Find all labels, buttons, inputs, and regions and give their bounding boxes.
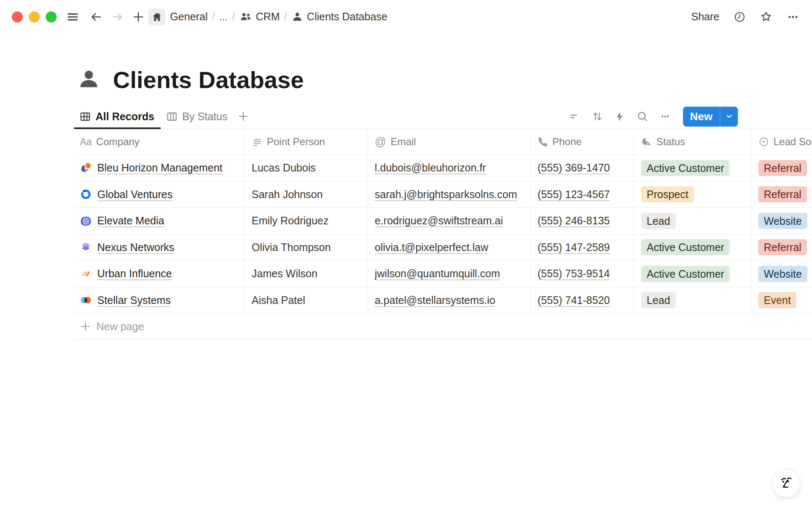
- email-link[interactable]: a.patel@stellarsystems.io: [375, 294, 495, 306]
- history-clock-icon[interactable]: [734, 11, 746, 23]
- phone-link[interactable]: (555) 741-8520: [538, 294, 610, 306]
- breadcrumb-item-general[interactable]: General: [170, 11, 208, 23]
- status-badge[interactable]: Lead: [641, 292, 676, 308]
- email-link[interactable]: e.rodriguez@swiftstream.ai: [375, 215, 503, 227]
- table-row[interactable]: Urban Influence James Wilson jwilson@qua…: [74, 261, 812, 287]
- breadcrumb: General / ... / CRM / Clients Database: [170, 11, 387, 23]
- phone-link[interactable]: (555) 753-9514: [538, 268, 610, 280]
- point-person-cell[interactable]: Sarah Johnson: [252, 188, 323, 201]
- lead-source-badge[interactable]: Website: [758, 213, 807, 229]
- back-icon[interactable]: [90, 11, 102, 23]
- lead-source-badge[interactable]: Referral: [758, 239, 807, 255]
- board-view-icon: [166, 111, 178, 122]
- company-name-link[interactable]: Elevate Media: [97, 215, 164, 227]
- company-logo: [80, 294, 92, 306]
- window-topbar: General / ... / CRM / Clients Database S…: [0, 0, 812, 33]
- lead-source-badge[interactable]: Referral: [758, 160, 807, 176]
- table-row[interactable]: Global Ventures Sarah Johnson sarah.j@br…: [74, 182, 812, 208]
- column-header-point-person[interactable]: Point Person: [245, 129, 368, 155]
- email-link[interactable]: jwilson@quantumquill.com: [375, 268, 500, 280]
- favorite-star-icon[interactable]: [760, 11, 772, 23]
- new-record-button[interactable]: New: [683, 107, 738, 127]
- status-badge[interactable]: Active Customer: [641, 160, 730, 176]
- email-link[interactable]: olivia.t@pixelperfect.law: [375, 241, 488, 254]
- plus-icon: [80, 321, 91, 332]
- page-title: Clients Database: [113, 66, 304, 94]
- table-row[interactable]: Stellar Systems Aisha Patel a.patel@stel…: [74, 287, 812, 314]
- email-link[interactable]: l.dubois@bleuhorizon.fr: [375, 162, 486, 174]
- company-name-link[interactable]: Nexus Networks: [97, 241, 174, 254]
- point-person-cell[interactable]: Aisha Patel: [252, 294, 305, 306]
- minimize-window-button[interactable]: [29, 11, 40, 22]
- close-window-button[interactable]: [12, 11, 23, 22]
- company-logo: [80, 215, 92, 227]
- home-button[interactable]: [148, 8, 165, 25]
- company-logo: [80, 162, 92, 174]
- zoom-window-button[interactable]: [46, 11, 57, 22]
- phone-link[interactable]: (555) 123-4567: [538, 188, 610, 201]
- status-badge[interactable]: Active Customer: [641, 266, 730, 282]
- company-logo: [80, 241, 92, 253]
- filter-icon[interactable]: [568, 110, 580, 122]
- company-name-link[interactable]: Global Ventures: [97, 188, 173, 201]
- status-property-icon: [641, 136, 652, 147]
- page-icon-person[interactable]: [79, 70, 99, 89]
- select-property-icon: [758, 136, 769, 147]
- table-row[interactable]: Elevate Media Emily Rodriguez e.rodrigue…: [74, 208, 812, 235]
- breadcrumb-separator: /: [284, 11, 287, 23]
- point-person-cell[interactable]: Lucas Dubois: [252, 162, 315, 174]
- records-table: Aa Company Point Person @ Email Phone: [74, 129, 812, 340]
- search-icon[interactable]: [636, 110, 648, 122]
- breadcrumb-item-crm[interactable]: CRM: [239, 11, 280, 23]
- forward-icon[interactable]: [112, 11, 123, 23]
- company-name-link[interactable]: Bleu Horizon Management: [97, 162, 222, 174]
- lead-source-badge[interactable]: Website: [758, 266, 807, 282]
- column-header-status[interactable]: Status: [634, 129, 752, 155]
- email-link[interactable]: sarah.j@brightsparksolns.com: [375, 188, 517, 201]
- notion-ai-button[interactable]: [772, 469, 801, 497]
- point-person-cell[interactable]: James Wilson: [252, 268, 318, 280]
- phone-link[interactable]: (555) 246-8135: [538, 215, 610, 227]
- table-row[interactable]: Bleu Horizon Management Lucas Dubois l.d…: [74, 155, 812, 182]
- column-header-lead-source[interactable]: Lead Source: [752, 129, 812, 155]
- people-icon: [239, 11, 252, 23]
- company-name-link[interactable]: Stellar Systems: [97, 294, 171, 306]
- breadcrumb-item-clients-database[interactable]: Clients Database: [291, 11, 387, 23]
- share-button[interactable]: Share: [691, 11, 719, 23]
- phone-link[interactable]: (555) 147-2589: [538, 241, 610, 254]
- phone-link[interactable]: (555) 369-1470: [538, 162, 610, 174]
- point-person-cell[interactable]: Olivia Thompson: [252, 241, 331, 254]
- view-tabs: All Records By Status: [74, 104, 249, 129]
- more-options-icon[interactable]: [787, 11, 799, 23]
- table-view-icon: [80, 111, 91, 122]
- lead-source-badge[interactable]: Event: [758, 292, 796, 308]
- tab-by-status[interactable]: By Status: [161, 104, 234, 129]
- table-row[interactable]: Nexus Networks Olivia Thompson olivia.t@…: [74, 235, 812, 261]
- add-view-icon[interactable]: [238, 111, 249, 122]
- sort-icon[interactable]: [591, 110, 603, 122]
- view-options-icon[interactable]: [659, 110, 671, 122]
- chevron-down-icon[interactable]: [720, 112, 738, 121]
- point-person-cell[interactable]: Emily Rodriguez: [252, 215, 329, 227]
- new-page-button[interactable]: New page: [74, 314, 812, 340]
- column-header-email[interactable]: @ Email: [368, 129, 531, 155]
- person-icon: [291, 11, 303, 23]
- column-header-company[interactable]: Aa Company: [74, 129, 245, 155]
- status-badge[interactable]: Lead: [641, 213, 676, 229]
- company-name-link[interactable]: Urban Influence: [97, 268, 172, 280]
- tab-all-records[interactable]: All Records: [74, 104, 161, 129]
- status-badge[interactable]: Active Customer: [641, 239, 730, 255]
- column-header-phone[interactable]: Phone: [531, 129, 634, 155]
- breadcrumb-separator: /: [232, 11, 235, 23]
- new-tab-icon[interactable]: [133, 11, 144, 22]
- breadcrumb-collapsed[interactable]: ...: [219, 11, 228, 23]
- automation-lightning-icon[interactable]: [614, 111, 625, 122]
- email-at-icon: @: [375, 135, 386, 149]
- table-header-row: Aa Company Point Person @ Email Phone: [74, 129, 812, 155]
- lead-source-badge[interactable]: Referral: [758, 186, 807, 202]
- text-property-icon: [252, 136, 263, 147]
- company-logo: [80, 188, 92, 200]
- sidebar-menu-icon[interactable]: [67, 11, 79, 23]
- breadcrumb-separator: /: [212, 11, 215, 23]
- status-badge[interactable]: Prospect: [641, 186, 694, 202]
